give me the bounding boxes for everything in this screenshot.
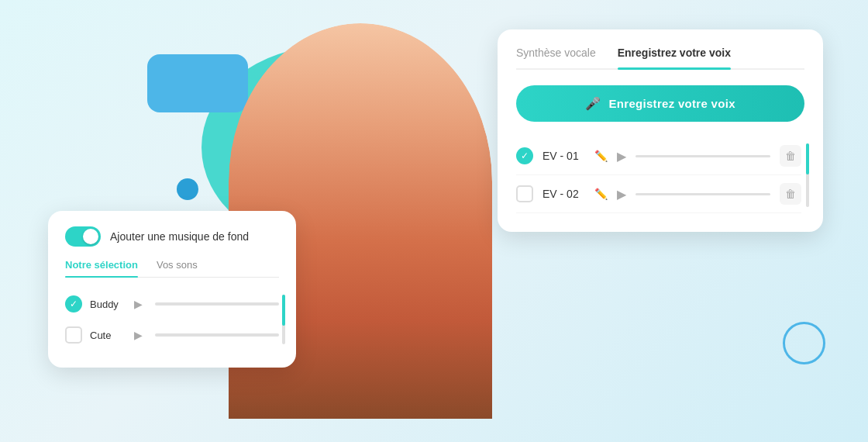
scrollbar-thumb-voice[interactable] bbox=[806, 143, 809, 174]
voice-name-ev02: EV - 02 bbox=[542, 188, 585, 200]
progress-ev02[interactable] bbox=[636, 193, 770, 195]
edit-icon-ev02[interactable]: ✏️ bbox=[594, 188, 608, 200]
record-button-label: Enregistrez votre voix bbox=[608, 97, 735, 110]
scrollbar-thumb-music[interactable] bbox=[282, 295, 285, 326]
toggle-row: Ajouter une musique de fond bbox=[65, 226, 279, 247]
checkbox-ev02[interactable] bbox=[516, 185, 533, 202]
play-cute[interactable]: ▶ bbox=[129, 326, 147, 344]
tab-enregistrez-voix[interactable]: Enregistrez votre voix bbox=[618, 47, 731, 68]
progress-cute[interactable] bbox=[155, 333, 279, 337]
bg-blue-rectangle bbox=[147, 54, 248, 112]
play-ev01[interactable]: ▶ bbox=[617, 149, 626, 164]
bg-circle-outline bbox=[783, 322, 825, 364]
check-ev01[interactable]: ✓ bbox=[516, 147, 533, 164]
voice-item-ev01: ✓ EV - 01 ✏️ ▶ 🗑 bbox=[516, 137, 801, 175]
sound-item-cute: Cute ▶ bbox=[65, 319, 279, 350]
trash-ev02[interactable]: 🗑 bbox=[780, 183, 801, 205]
progress-ev01[interactable] bbox=[636, 155, 770, 157]
progress-buddy[interactable] bbox=[155, 302, 279, 306]
play-buddy[interactable]: ▶ bbox=[129, 295, 147, 313]
check-buddy[interactable]: ✓ bbox=[65, 295, 82, 313]
voice-items-container: ✓ EV - 01 ✏️ ▶ 🗑 EV - 02 ✏️ ▶ 🗑 bbox=[516, 137, 804, 213]
voice-tabs: Synthèse vocale Enregistrez votre voix bbox=[516, 47, 804, 70]
tab-vos-sons[interactable]: Vos sons bbox=[157, 259, 198, 277]
scrollbar-track-voice[interactable] bbox=[806, 143, 809, 207]
play-ev02[interactable]: ▶ bbox=[617, 187, 626, 202]
sound-item-buddy: ✓ Buddy ▶ bbox=[65, 288, 279, 319]
checkbox-cute[interactable] bbox=[65, 326, 82, 344]
voice-item-ev02: EV - 02 ✏️ ▶ 🗑 bbox=[516, 175, 801, 213]
record-button[interactable]: 🎤 Enregistrez votre voix bbox=[516, 85, 804, 122]
music-toggle[interactable] bbox=[65, 226, 101, 247]
music-card: Ajouter une musique de fond Notre sélect… bbox=[48, 211, 296, 368]
trash-ev01[interactable]: 🗑 bbox=[780, 145, 801, 167]
bg-blue-dot bbox=[177, 178, 198, 200]
sounds-list: ✓ Buddy ▶ Cute ▶ bbox=[65, 288, 279, 350]
tab-notre-selection[interactable]: Notre sélection bbox=[65, 259, 138, 277]
voice-card: Synthèse vocale Enregistrez votre voix 🎤… bbox=[498, 29, 823, 232]
scrollbar-track-music[interactable] bbox=[282, 295, 285, 344]
music-tabs: Notre sélection Vos sons bbox=[65, 259, 279, 278]
mic-icon: 🎤 bbox=[585, 96, 601, 111]
tab-synthese-vocale[interactable]: Synthèse vocale bbox=[516, 47, 596, 68]
sound-name-cute: Cute bbox=[90, 330, 121, 341]
edit-icon-ev01[interactable]: ✏️ bbox=[594, 150, 608, 162]
sound-name-buddy: Buddy bbox=[90, 299, 121, 310]
toggle-label: Ajouter une musique de fond bbox=[110, 230, 249, 243]
voice-name-ev01: EV - 01 bbox=[542, 150, 585, 162]
